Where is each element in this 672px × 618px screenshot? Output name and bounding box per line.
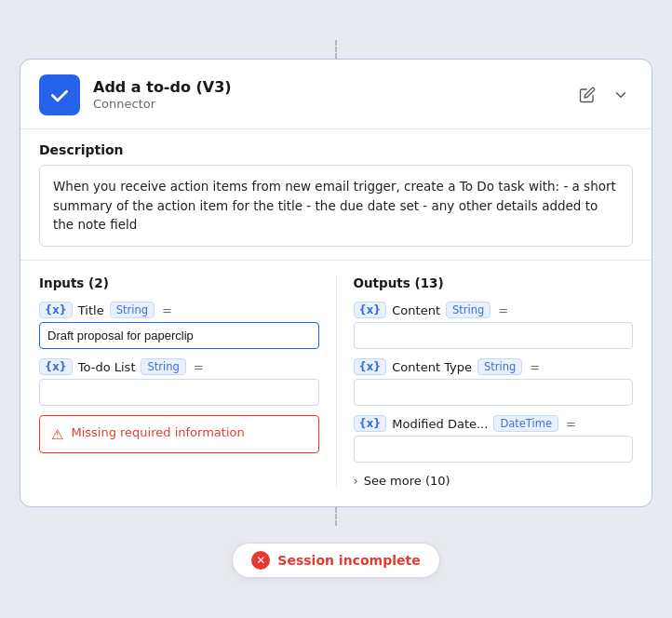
output-contenttype-value[interactable]: [354, 379, 634, 406]
output-contenttype-badge: {x}: [354, 358, 387, 375]
io-section: Inputs (2) {x} Title String = {x} To-do …: [20, 260, 652, 506]
inputs-column: Inputs (2) {x} Title String = {x} To-do …: [39, 275, 337, 488]
output-field-modifieddate: {x} Modified Date... DateTime =: [354, 415, 634, 463]
input-title-badge: {x}: [39, 302, 73, 318]
card-title: Add a to-do (V3): [93, 78, 232, 96]
inputs-title: Inputs (2): [39, 275, 319, 290]
input-todolist-equals: =: [194, 360, 204, 374]
header-text: Add a to-do (V3) Connector: [93, 78, 232, 111]
output-content-label-row: {x} Content String =: [354, 302, 634, 318]
output-content-equals: =: [498, 303, 508, 317]
header-actions: [575, 83, 633, 107]
input-todolist-label-row: {x} To-do List String =: [39, 358, 319, 375]
see-more-button[interactable]: › See more (10): [354, 472, 634, 488]
see-more-label: See more (10): [364, 474, 450, 488]
output-field-contenttype: {x} Content Type String =: [354, 358, 634, 406]
input-field-title: {x} Title String =: [39, 302, 319, 349]
card-header: Add a to-do (V3) Connector: [20, 60, 652, 129]
output-contenttype-name: Content Type: [392, 360, 472, 374]
top-dashed-line: [335, 40, 337, 59]
session-banner: ✕ Session incomplete: [232, 543, 439, 578]
outputs-title: Outputs (13): [354, 275, 634, 290]
expand-button[interactable]: [609, 83, 633, 107]
output-modifieddate-badge: {x}: [354, 415, 387, 432]
output-modifieddate-value[interactable]: [354, 436, 634, 463]
outputs-column: Outputs (13) {x} Content String = {x} Co…: [337, 275, 634, 488]
session-error-icon: ✕: [251, 551, 270, 570]
output-modifieddate-equals: =: [566, 417, 576, 431]
output-content-badge: {x}: [354, 302, 387, 318]
output-field-content: {x} Content String =: [354, 302, 634, 349]
bottom-dashed-line: [335, 507, 337, 526]
input-field-todolist: {x} To-do List String =: [39, 358, 319, 406]
input-todolist-badge: {x}: [39, 358, 73, 375]
output-contenttype-label-row: {x} Content Type String =: [354, 358, 634, 375]
input-title-type: String: [110, 302, 155, 318]
output-contenttype-equals: =: [530, 360, 540, 374]
description-label: Description: [39, 142, 633, 157]
input-title-label-row: {x} Title String =: [39, 302, 319, 318]
input-title-value[interactable]: [39, 322, 319, 349]
action-card: Add a to-do (V3) Connector Description W…: [20, 59, 652, 508]
svg-rect-0: [47, 83, 72, 107]
input-title-name: Title: [78, 303, 104, 317]
input-todolist-name: To-do List: [78, 360, 136, 374]
description-text: When you receive action items from new e…: [39, 165, 633, 248]
output-content-type: String: [446, 302, 491, 318]
output-modifieddate-type: DateTime: [493, 415, 558, 432]
description-section: Description When you receive action item…: [20, 129, 652, 248]
input-todolist-type: String: [141, 358, 185, 375]
output-modifieddate-name: Modified Date...: [392, 417, 488, 431]
header-left: Add a to-do (V3) Connector: [39, 74, 232, 115]
output-content-name: Content: [392, 303, 440, 317]
input-title-equals: =: [162, 303, 172, 317]
session-incomplete-text: Session incomplete: [277, 553, 420, 568]
chevron-right-icon: ›: [354, 474, 358, 488]
error-box: ⚠ Missing required information: [39, 415, 319, 453]
output-content-value[interactable]: [354, 322, 634, 349]
output-contenttype-type: String: [477, 358, 522, 375]
output-modifieddate-label-row: {x} Modified Date... DateTime =: [354, 415, 634, 432]
session-pill: ✕ Session incomplete: [232, 543, 439, 578]
input-todolist-value[interactable]: [39, 379, 319, 406]
card-subtitle: Connector: [93, 97, 232, 111]
edit-button[interactable]: [575, 83, 599, 107]
error-message: Missing required information: [71, 425, 244, 439]
app-icon: [39, 74, 80, 115]
error-warning-icon: ⚠: [51, 426, 63, 443]
